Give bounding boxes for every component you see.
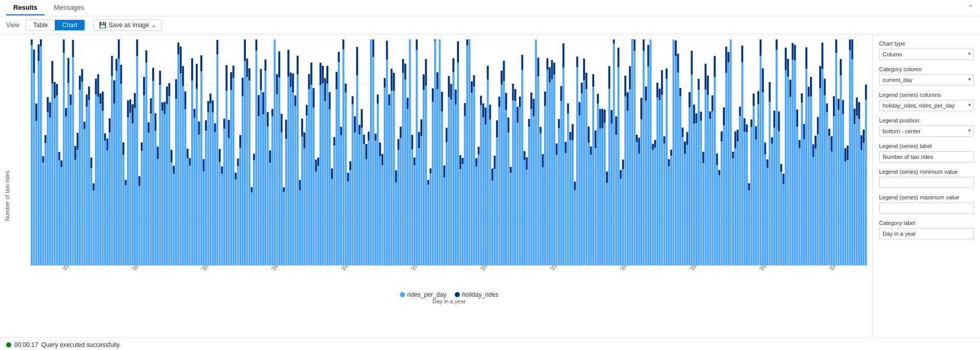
svg-rect-265: [320, 63, 322, 85]
svg-rect-189: [233, 66, 235, 78]
svg-rect-607: [712, 95, 714, 111]
svg-rect-39: [60, 160, 62, 167]
svg-rect-181: [223, 119, 225, 129]
svg-rect-519: [611, 110, 613, 124]
tab-messages[interactable]: Messages: [47, 1, 91, 15]
legend-series-columns-select[interactable]: holiday_rides, rides_per_day: [879, 100, 974, 111]
svg-rect-650: [762, 93, 764, 265]
svg-rect-420: [498, 107, 501, 265]
svg-rect-409: [485, 108, 487, 125]
svg-rect-256: [310, 85, 312, 265]
svg-rect-382: [455, 105, 457, 265]
svg-rect-177: [219, 149, 221, 162]
svg-rect-297: [356, 47, 358, 75]
chart-svg: 500k 400k 300k 200k 100k 0: [31, 39, 867, 265]
svg-rect-299: [359, 125, 361, 135]
svg-rect-152: [191, 80, 193, 265]
legend-series-label-label: Legend (series) label: [879, 143, 974, 149]
svg-rect-164: [205, 131, 207, 265]
svg-rect-497: [586, 73, 588, 89]
svg-rect-715: [835, 39, 837, 53]
svg-rect-392: [466, 46, 468, 265]
svg-rect-543: [638, 138, 640, 154]
svg-rect-137: [173, 166, 175, 174]
status-ok-icon: [6, 342, 11, 347]
svg-rect-340: [407, 109, 409, 265]
svg-rect-230: [281, 132, 283, 265]
svg-rect-672: [787, 76, 789, 265]
svg-rect-481: [567, 104, 569, 114]
svg-rect-282: [340, 135, 342, 265]
svg-rect-427: [505, 93, 507, 110]
legend-max-input[interactable]: [879, 202, 974, 214]
svg-rect-338: [404, 79, 406, 265]
svg-rect-735: [858, 102, 860, 119]
svg-rect-138: [175, 99, 177, 265]
category-column-select[interactable]: current_day: [879, 74, 974, 86]
svg-rect-157: [196, 64, 198, 89]
svg-rect-249: [301, 118, 303, 136]
svg-rect-616: [723, 126, 725, 265]
svg-rect-295: [354, 116, 356, 133]
svg-rect-389: [462, 158, 464, 164]
svg-rect-505: [595, 131, 597, 148]
svg-rect-277: [333, 137, 336, 145]
svg-rect-101: [132, 104, 134, 123]
svg-rect-220: [269, 163, 271, 265]
svg-rect-361: [430, 168, 432, 173]
chart-button[interactable]: Chart: [55, 20, 84, 30]
svg-rect-20: [40, 46, 42, 265]
legend-min-input[interactable]: [879, 177, 974, 188]
svg-rect-655: [766, 159, 768, 168]
svg-rect-184: [228, 138, 230, 265]
svg-rect-523: [615, 116, 617, 135]
svg-rect-119: [152, 68, 154, 81]
svg-rect-568: [668, 167, 670, 265]
svg-rect-425: [503, 60, 505, 81]
svg-rect-668: [783, 184, 785, 265]
svg-rect-84: [113, 104, 115, 265]
svg-rect-129: [164, 102, 166, 115]
svg-rect-468: [553, 75, 555, 265]
svg-rect-330: [395, 182, 397, 265]
tab-results[interactable]: Results: [6, 1, 45, 15]
svg-rect-60: [86, 107, 88, 265]
legend-position-select[interactable]: bottom - center: [879, 126, 974, 137]
svg-rect-659: [771, 137, 773, 144]
category-label-input[interactable]: [879, 228, 974, 239]
svg-rect-476: [562, 68, 565, 265]
svg-rect-94: [124, 186, 127, 265]
svg-rect-29: [49, 102, 51, 118]
svg-rect-135: [171, 150, 173, 162]
svg-rect-134: [171, 162, 173, 265]
svg-rect-244: [297, 74, 299, 265]
svg-rect-175: [216, 40, 218, 54]
svg-rect-460: [544, 106, 546, 265]
svg-rect-435: [514, 89, 516, 101]
svg-rect-150: [189, 166, 191, 265]
svg-rect-144: [182, 86, 184, 265]
svg-rect-585: [686, 132, 689, 145]
svg-rect-558: [656, 97, 658, 265]
svg-rect-504: [595, 148, 597, 265]
svg-rect-734: [858, 119, 860, 265]
save-as-image-button[interactable]: 💾 Save as image ⌄: [93, 19, 162, 31]
svg-rect-233: [283, 187, 285, 192]
svg-rect-127: [161, 102, 163, 111]
svg-rect-365: [434, 39, 436, 40]
svg-rect-131: [166, 87, 168, 105]
svg-rect-556: [654, 148, 656, 265]
svg-rect-237: [287, 50, 289, 76]
table-button[interactable]: Table: [26, 20, 55, 30]
svg-rect-376: [448, 97, 450, 265]
save-label: Save as image: [109, 22, 149, 29]
svg-rect-529: [622, 159, 624, 169]
legend-series-label-input[interactable]: [879, 151, 974, 162]
svg-rect-741: [865, 85, 867, 100]
svg-rect-443: [524, 151, 526, 160]
svg-rect-596: [700, 121, 702, 265]
chart-type-select[interactable]: Column: [879, 49, 974, 60]
collapse-icon[interactable]: ⌃: [967, 3, 974, 13]
svg-rect-240: [292, 92, 294, 265]
svg-rect-88: [118, 59, 120, 265]
